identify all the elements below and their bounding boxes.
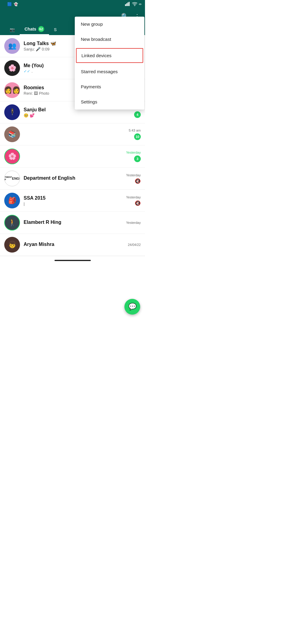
tab-camera[interactable]: 📷 <box>5 24 20 35</box>
chat-content-aryan: Aryan Mishra <box>24 242 123 248</box>
snapchat-icon: 👻 <box>14 2 18 6</box>
svg-point-4 <box>134 5 135 6</box>
chat-time-elambert: Yesterday <box>126 221 141 224</box>
svg-rect-2 <box>127 2 128 6</box>
menu-item-new-broadcast[interactable]: New broadcast <box>75 32 144 47</box>
chat-item-chat5[interactable]: 📚 5:43 am10 <box>0 123 145 145</box>
chat-preview-sanju-bel: 🥺 💕 <box>24 113 123 118</box>
chat-meta-aryan: 24/04/22 <box>123 243 141 247</box>
avatar-aryan: 👦 <box>4 237 20 253</box>
avatar-dept-english: DEPARTMENT OFENGLISH <box>4 171 20 186</box>
avatar-long-talks: 👥 <box>4 38 20 54</box>
chat-meta-elambert: Yesterday <box>123 221 141 224</box>
mute-icon-ssa-2015: 🔇 <box>135 200 141 206</box>
chat-item-ssa-2015[interactable]: 🎒 SSA 2015 | Yesterday🔇 <box>0 190 145 212</box>
chat-name-dept-english: Department of English <box>24 175 123 181</box>
home-indicator <box>54 260 91 261</box>
wifi-icon <box>132 2 137 7</box>
svg-rect-1 <box>126 3 127 6</box>
menu-item-starred-messages[interactable]: Starred messages <box>75 64 144 79</box>
status-left: 🟦 👻 <box>4 2 18 6</box>
avatar-elambert: 🚶 <box>4 215 20 230</box>
svg-rect-3 <box>129 2 130 6</box>
chats-label: Chats <box>25 27 36 31</box>
menu-item-linked-devices[interactable]: Linked devices <box>76 48 143 63</box>
chat-name-elambert: Elambert R Hing <box>24 220 123 225</box>
chat-time-ssa-2015: Yesterday <box>126 195 141 199</box>
chat-meta-chat5: 5:43 am10 <box>123 129 141 140</box>
chat-time-chat5: 5:43 am <box>129 129 141 132</box>
chat-time-aryan: 24/04/22 <box>128 243 141 247</box>
svg-rect-0 <box>125 4 126 6</box>
menu-item-settings[interactable]: Settings <box>75 94 144 110</box>
bottom-bar <box>0 256 145 264</box>
status-right <box>125 2 141 7</box>
chat-time-dept-english: Yesterday <box>126 173 141 177</box>
chat-time-chat6: Yesterday <box>126 151 141 154</box>
status-label: S <box>54 27 57 32</box>
dropdown-menu: New groupNew broadcastLinked devicesStar… <box>75 17 144 110</box>
avatar-sanju-bel: 🕴 <box>4 104 20 120</box>
chat-meta-dept-english: Yesterday🔇 <box>123 173 141 184</box>
chat-name-ssa-2015: SSA 2015 <box>24 195 123 201</box>
mute-icon-dept-english: 🔇 <box>135 178 141 184</box>
chat-preview-ssa-2015: | <box>24 201 123 206</box>
ms-teams-icon: 🟦 <box>7 2 12 6</box>
tab-chats[interactable]: Chats 62 <box>20 23 49 35</box>
chat-content-chat5 <box>24 134 123 135</box>
new-chat-fab[interactable]: 💬 <box>124 299 140 315</box>
avatar-roomies: 👩‍👩 <box>4 82 20 98</box>
chat-item-chat6[interactable]: 🌸 Yesterday3 <box>0 145 145 168</box>
status-bar: 🟦 👻 <box>0 0 145 8</box>
chat-meta-ssa-2015: Yesterday🔇 <box>123 195 141 206</box>
chat-item-elambert[interactable]: 🚶 Elambert R Hing Yesterday <box>0 212 145 234</box>
unread-badge-sanju-bel: 4 <box>134 111 141 118</box>
signal-icon <box>125 2 130 7</box>
camera-icon: 📷 <box>10 27 15 32</box>
avatar-me-you: 🌸 <box>4 60 20 76</box>
avatar-chat5: 📚 <box>4 126 20 142</box>
chat-content-dept-english: Department of English <box>24 175 123 181</box>
unread-badge-chat5: 10 <box>134 133 141 140</box>
chat-content-elambert: Elambert R Hing <box>24 220 123 226</box>
chat-fab-icon: 💬 <box>128 303 137 311</box>
avatar-chat6: 🌸 <box>4 149 20 164</box>
battery-indicator <box>139 4 141 5</box>
chat-name-aryan: Aryan Mishra <box>24 242 123 247</box>
chat-content-chat6 <box>24 156 123 157</box>
chat-content-ssa-2015: SSA 2015 | <box>24 195 123 206</box>
menu-item-payments[interactable]: Payments <box>75 79 144 94</box>
avatar-ssa-2015: 🎒 <box>4 193 20 208</box>
chat-item-aryan[interactable]: 👦 Aryan Mishra 24/04/22 <box>0 234 145 256</box>
chat-item-dept-english[interactable]: DEPARTMENT OFENGLISH Department of Engli… <box>0 168 145 190</box>
unread-badge-chat6: 3 <box>134 155 141 162</box>
chat-meta-chat6: Yesterday3 <box>123 151 141 162</box>
menu-item-new-group[interactable]: New group <box>75 17 144 32</box>
chats-unread-badge: 62 <box>38 26 44 32</box>
tab-status[interactable]: S <box>49 24 61 35</box>
